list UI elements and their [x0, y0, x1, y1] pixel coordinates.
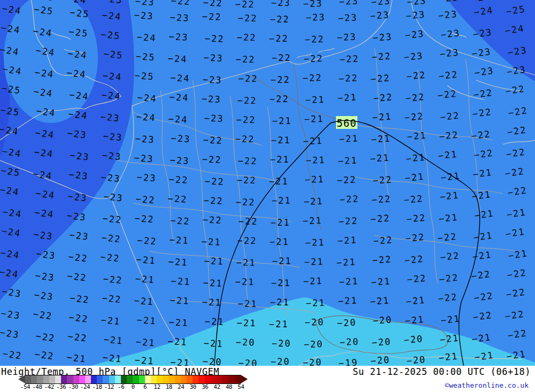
temp-value-label: −21: [407, 130, 427, 142]
temp-value-label: −22: [203, 135, 223, 146]
temp-value-label: −22: [239, 73, 258, 84]
temp-value-label: −21: [305, 297, 325, 309]
temp-value-label: −21: [304, 113, 324, 125]
temp-value-label: −21: [370, 295, 390, 307]
colorbar-tick: 36: [202, 383, 208, 390]
temp-value-label: −23: [170, 155, 190, 166]
colorbar-tick: 0: [132, 383, 135, 390]
colorbar-tick: 30: [189, 383, 196, 390]
temp-value-label: −21: [66, 352, 87, 365]
colorbar-segment: [157, 375, 163, 383]
temp-value-label: −23: [371, 0, 391, 7]
colorbar-segment: [91, 375, 97, 383]
colorbar-tick: -36: [56, 383, 66, 390]
temp-value-label: −22: [439, 129, 460, 142]
temp-value-label: −22: [405, 91, 425, 104]
temp-value-label: −25: [68, 26, 89, 39]
temp-value-label: −20: [304, 317, 324, 328]
temp-value-label: −23: [203, 52, 223, 64]
temp-value-label: −22: [238, 95, 257, 106]
contour-label-560: 560: [337, 117, 356, 129]
colorbar-segment: [37, 375, 43, 383]
temp-value-label: −22: [269, 33, 289, 44]
colorbar-tick: 48: [226, 383, 232, 390]
colorbar-segment: [145, 375, 151, 383]
temp-value-label: −21: [270, 154, 290, 165]
temp-value-label: −21: [269, 176, 289, 187]
temp-value-label: −24: [102, 70, 123, 82]
temp-value-label: −22: [236, 114, 256, 125]
colorbar: [18, 375, 248, 383]
temp-value-label: −23: [169, 31, 189, 43]
temp-value-label: −22: [373, 91, 393, 103]
temp-value-label: −22: [370, 213, 391, 225]
temp-value-label: −22: [371, 193, 392, 205]
colorbar-segment: [127, 375, 133, 383]
copyright-link[interactable]: ©weatheronline.co.uk: [445, 381, 529, 389]
temp-value-label: −22: [405, 232, 425, 244]
temp-value-label: −21: [272, 116, 292, 126]
colorbar-segment: [193, 375, 198, 383]
temp-value-label: −21: [438, 351, 459, 364]
temp-value-label: −20: [236, 337, 256, 348]
temp-value-label: −22: [203, 0, 223, 9]
temp-value-label: −25: [134, 70, 155, 82]
temp-value-label: −21: [236, 257, 256, 268]
temp-value-label: −21: [167, 336, 188, 348]
temp-value-label: −21: [134, 355, 155, 366]
temp-value-label: −21: [438, 149, 458, 162]
temp-value-label: −21: [303, 275, 323, 287]
colorbar-tick: -54: [20, 383, 30, 390]
temp-value-label: −23: [305, 12, 325, 23]
colorbar-segments: [25, 375, 241, 384]
temp-value-label: −24: [102, 10, 122, 22]
temp-value-label: −23: [101, 172, 121, 184]
colorbar-segment: [31, 375, 37, 383]
temp-value-label: −21: [339, 275, 359, 287]
colorbar-segment: [103, 375, 109, 383]
temp-value-label: −23: [68, 169, 89, 182]
temp-value-label: −22: [237, 175, 257, 186]
temp-value-label: −24: [167, 53, 188, 65]
colorbar-segment: [198, 375, 204, 383]
temp-value-label: −24: [168, 113, 188, 125]
temp-value-label: −21: [169, 317, 189, 328]
temp-value-label: −21: [235, 276, 255, 288]
colorbar-tick: -12: [104, 383, 114, 390]
temp-value-label: −22: [439, 272, 460, 285]
temp-value-label: −20: [339, 336, 360, 348]
temp-value-label: −21: [237, 318, 257, 328]
colorbar-tick: 18: [166, 383, 172, 390]
temp-value-label: −23: [370, 10, 390, 21]
temp-value-label: −21: [169, 234, 189, 246]
temp-value-label: −24: [170, 72, 190, 84]
temp-value-label: −21: [135, 273, 155, 286]
temp-value-label: −22: [338, 215, 358, 227]
colorbar-segment: [163, 375, 169, 383]
colorbar-segment: [211, 375, 217, 383]
colorbar-arrow-right-icon: [241, 375, 248, 383]
colorbar-segment: [223, 375, 228, 383]
temp-value-label: −22: [202, 11, 221, 22]
legend-bar: Height/Temp. 500 hPa [gdmp][°C] NAVGEM S…: [0, 366, 535, 392]
colorbar-segment: [151, 375, 157, 383]
temp-value-label: −22: [338, 72, 358, 84]
temp-value-label: −21: [440, 170, 461, 183]
temp-value-label: −21: [170, 357, 190, 366]
temp-value-label: −21: [269, 319, 289, 329]
temp-value-label: −22: [304, 34, 324, 45]
colorbar-segment: [121, 375, 127, 383]
temp-value-label: −23: [70, 150, 90, 163]
temp-value-label: −23: [67, 128, 88, 141]
temp-value-label: −21: [406, 295, 426, 307]
temp-value-label: −22: [238, 235, 257, 246]
temp-value-label: −22: [270, 94, 289, 104]
colorbar-segment: [97, 375, 103, 383]
colorbar-segment: [228, 375, 234, 383]
temp-value-label: −22: [404, 111, 424, 123]
colorbar-tick: -18: [92, 383, 102, 390]
temp-value-label: −21: [101, 314, 121, 327]
temp-value-label: −23: [102, 150, 122, 162]
colorbar-segment: [73, 375, 79, 383]
temp-value-label: −19: [338, 357, 358, 366]
